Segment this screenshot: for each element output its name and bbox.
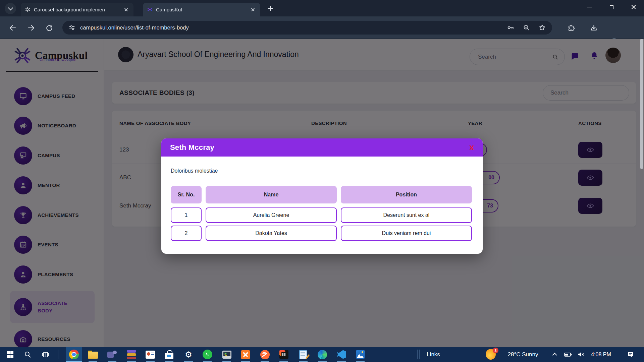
taskbar-terminal[interactable] [219, 347, 235, 362]
windows-logo-icon [7, 351, 13, 358]
action-center-button[interactable] [623, 347, 639, 362]
modal-header: Seth Mccray X [161, 138, 483, 157]
battery-icon [564, 350, 572, 359]
forward-arrow-icon [27, 24, 35, 32]
tab-close-icon[interactable] [123, 6, 129, 13]
taskbar-ms-store[interactable] [161, 347, 177, 362]
bookmark-star-icon[interactable] [538, 24, 546, 32]
vscode-icon [337, 350, 346, 359]
chevron-down-icon [8, 5, 13, 10]
xampp-icon [241, 350, 250, 359]
notepad-icon [299, 350, 307, 359]
modal-description: Doloribus molestiae [171, 168, 218, 174]
taskbar-chrome[interactable] [66, 347, 82, 362]
address-bar[interactable]: campuskul.online/user/list-of-members-bo… [62, 21, 552, 35]
battery-indicator[interactable] [562, 347, 574, 362]
tab-title: CampusKul [156, 7, 250, 12]
back-button[interactable] [7, 22, 19, 34]
taskbar-xampp[interactable] [237, 347, 254, 362]
taskbar-whatsapp[interactable] [199, 347, 215, 362]
action-center-icon [627, 351, 635, 359]
members-column-position: Position [341, 186, 472, 203]
downloads-button[interactable] [588, 22, 600, 34]
links-toolbar[interactable]: Links [423, 347, 443, 362]
web-page-viewport: Campuskul Connect.Grow.Aspire CAMPUS FEE… [0, 39, 644, 347]
ms-store-icon [165, 350, 173, 359]
browser-tabstrip: Carousel background implemen CampusKul [0, 0, 644, 16]
forward-button[interactable] [25, 22, 37, 34]
chatgpt-icon [25, 7, 31, 12]
member-name: Aurelia Greene [206, 207, 337, 223]
photos-icon [356, 350, 365, 359]
clock[interactable]: 4:08 PM [588, 347, 614, 362]
postman-icon [260, 350, 270, 359]
site-settings-icon [68, 24, 75, 31]
taskbar-edge[interactable] [314, 347, 330, 362]
member-srno: 1 [171, 207, 202, 223]
taskbar-search-button[interactable] [19, 347, 36, 362]
member-details-modal: Seth Mccray X Doloribus molestiae Sr. No… [161, 138, 483, 254]
taskbar-winrar[interactable] [123, 347, 140, 362]
taskbar-photos[interactable] [352, 347, 368, 362]
members-column-srno: Sr. No. [171, 186, 202, 203]
tab-search-button[interactable] [5, 3, 16, 14]
url-text: campuskul.online/user/list-of-members-bo… [80, 24, 499, 31]
page-scrollbar[interactable] [640, 39, 643, 169]
reload-icon [45, 24, 53, 32]
weather-text[interactable]: 28°C Sunny [501, 347, 545, 362]
tab-title: Carousel background implemen [34, 7, 123, 12]
taskbar-file-explorer[interactable] [85, 347, 101, 362]
edge-icon [318, 350, 327, 359]
window-close-button[interactable] [626, 0, 641, 14]
window-restore-button[interactable] [604, 0, 619, 14]
member-position: Duis veniam rem dui [341, 226, 472, 241]
file-explorer-icon [88, 351, 98, 359]
taskbar-notepad[interactable] [295, 347, 311, 362]
taskbar-settings[interactable]: ⚙ [180, 347, 197, 362]
taskbar-vscode[interactable] [333, 347, 350, 362]
extensions-button[interactable] [565, 22, 577, 34]
tab-campuskul[interactable]: CampusKul [143, 3, 260, 16]
back-arrow-icon [9, 24, 17, 32]
members-column-name: Name [206, 186, 337, 203]
browser-toolbar: campuskul.online/user/list-of-members-bo… [0, 16, 644, 39]
start-button[interactable] [2, 347, 18, 362]
taskbar-separator [417, 350, 418, 359]
taskbar-powerpoint[interactable] [142, 347, 158, 362]
tray-expand-button[interactable] [550, 347, 560, 362]
member-name: Dakota Yates [206, 226, 337, 241]
member-srno: 2 [171, 226, 202, 241]
task-view-button[interactable] [38, 347, 54, 362]
winrar-icon [127, 350, 136, 359]
intellij-icon [279, 350, 288, 359]
weather-alert-badge: 3 [493, 348, 498, 353]
taskbar-teams[interactable] [104, 347, 120, 362]
campuskul-favicon [147, 7, 153, 12]
search-icon [24, 351, 32, 358]
window-minimize-button[interactable] [582, 0, 597, 14]
new-tab-button[interactable] [266, 4, 274, 12]
taskbar-intellij[interactable] [276, 347, 292, 362]
windows-taskbar: ⚙ Links 3 28°C Sunny 4:08 PM [0, 347, 644, 362]
password-key-icon[interactable] [507, 24, 515, 32]
whatsapp-icon [203, 350, 212, 359]
teams-icon [107, 350, 117, 359]
tab-close-icon[interactable] [250, 6, 256, 13]
terminal-icon [222, 351, 231, 359]
chevron-up-icon [552, 353, 557, 357]
modal-title: Seth Mccray [170, 143, 469, 152]
taskbar-weather-button[interactable]: 3 [486, 349, 497, 360]
taskbar-separator [419, 350, 420, 359]
tab-carousel[interactable]: Carousel background implemen [21, 3, 133, 16]
taskbar-postman[interactable] [257, 347, 273, 362]
taskbar-separator [58, 350, 58, 359]
task-view-icon [42, 351, 50, 359]
reload-button[interactable] [43, 22, 55, 34]
volume-muted-indicator[interactable] [575, 347, 586, 362]
modal-close-button[interactable]: X [469, 144, 474, 151]
zoom-out-icon[interactable] [523, 24, 530, 32]
speaker-muted-icon [577, 350, 585, 359]
download-icon [590, 24, 598, 32]
powerpoint-icon [146, 351, 155, 359]
member-position: Deserunt sunt ex al [341, 207, 472, 223]
